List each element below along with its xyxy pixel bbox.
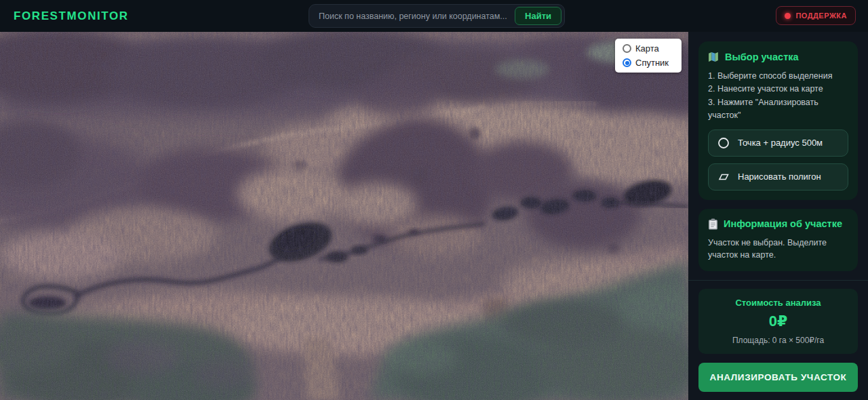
layer-control: Карта Спутник (615, 39, 682, 73)
selection-step: 2. Нанесите участок на карте (708, 83, 848, 96)
info-panel-title-label: Информация об участке (724, 218, 842, 229)
sidebar-divider (688, 280, 868, 281)
selection-panel-title-label: Выбор участка (725, 52, 799, 62)
selection-panel-title: Выбор участка (708, 51, 848, 62)
circle-icon (717, 137, 730, 149)
search-button[interactable]: Найти (515, 7, 561, 25)
main-content: Карта Спутник Выбор участка 1. Выберите … (0, 32, 868, 400)
cost-amount: 0₽ (707, 313, 849, 330)
radio-unselected-icon (623, 44, 631, 53)
layer-option-satellite-label: Спутник (635, 58, 669, 68)
satellite-map-image[interactable] (0, 32, 688, 400)
layer-option-satellite[interactable]: Спутник (623, 58, 674, 68)
info-panel-title: Информация об участке (708, 218, 848, 230)
map-icon (708, 51, 719, 62)
status-dot-icon (785, 13, 791, 19)
layer-option-map-label: Карта (635, 43, 659, 54)
analyze-button[interactable]: АНАЛИЗИРОВАТЬ УЧАСТОК (698, 363, 858, 392)
map-terrain-layer (0, 32, 688, 400)
app-logo[interactable]: FORESTMONITOR (14, 9, 129, 23)
layer-option-map[interactable]: Карта (623, 43, 674, 54)
mode-polygon-button[interactable]: Нарисовать полигон (708, 163, 848, 191)
mode-polygon-label: Нарисовать полигон (738, 172, 821, 182)
search-bar: Найти (309, 4, 565, 28)
cost-formula: Площадь: 0 га × 500₽/га (707, 336, 849, 345)
support-button[interactable]: ПОДДЕРЖКА (776, 6, 856, 25)
header: FORESTMONITOR Найти ПОДДЕРЖКА (0, 0, 868, 32)
cost-panel: Стоимость анализа 0₽ Площадь: 0 га × 500… (698, 289, 858, 354)
polygon-icon (717, 171, 730, 183)
selection-step: 1. Выберите способ выделения (708, 70, 848, 83)
selection-steps: 1. Выберите способ выделения 2. Нанесите… (708, 70, 848, 123)
support-button-label: ПОДДЕРЖКА (795, 12, 847, 20)
info-panel-empty-text: Участок не выбран. Выделите участок на к… (708, 237, 848, 262)
mode-point-radius-button[interactable]: Точка + радиус 500м (708, 129, 848, 157)
search-input[interactable] (313, 12, 515, 21)
sidebar: Выбор участка 1. Выберите способ выделен… (688, 32, 868, 400)
info-panel: Информация об участке Участок не выбран.… (698, 209, 858, 272)
selection-step: 3. Нажмите "Анализировать участок" (708, 96, 848, 123)
selection-panel: Выбор участка 1. Выберите способ выделен… (698, 41, 858, 200)
clipboard-icon (708, 218, 718, 230)
radio-selected-icon (623, 58, 631, 67)
cost-title: Стоимость анализа (707, 298, 849, 308)
mode-point-radius-label: Точка + радиус 500м (738, 138, 823, 148)
map-area[interactable]: Карта Спутник (0, 32, 688, 400)
